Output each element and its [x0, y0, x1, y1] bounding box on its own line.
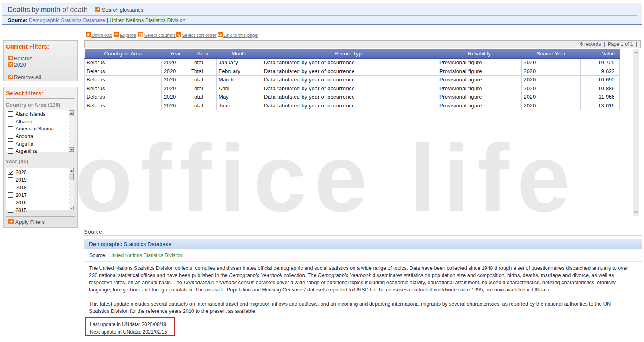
svg-text:z: z	[179, 34, 180, 37]
